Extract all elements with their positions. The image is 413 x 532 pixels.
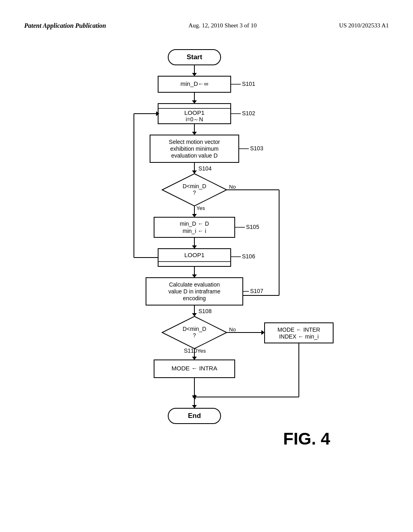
svg-marker-49 (192, 274, 197, 278)
svg-text:S106: S106 (242, 253, 255, 260)
svg-text:S107: S107 (250, 288, 263, 294)
svg-text:exhibition minimum: exhibition minimum (170, 145, 219, 152)
svg-text:End: End (188, 412, 201, 420)
header-left: Patent Application Publication (24, 22, 106, 29)
svg-text:MODE ← INTRA: MODE ← INTRA (171, 365, 217, 372)
header: Patent Application Publication Aug. 12, … (0, 0, 413, 37)
svg-text:S104: S104 (198, 165, 212, 172)
svg-text:value D in intraframe: value D in intraframe (168, 288, 220, 295)
svg-rect-72 (265, 323, 333, 343)
svg-marker-9 (192, 100, 197, 104)
svg-text:No: No (229, 184, 236, 190)
svg-marker-61 (192, 313, 197, 316)
svg-text:INDEX ← min_i: INDEX ← min_i (279, 333, 319, 340)
svg-text:encoding: encoding (183, 295, 206, 301)
svg-text:Yes: Yes (196, 205, 205, 211)
svg-text:?: ? (193, 332, 196, 339)
svg-text:LOOP1: LOOP1 (184, 109, 204, 116)
svg-text:Yes: Yes (197, 348, 206, 354)
svg-marker-43 (192, 245, 197, 249)
svg-text:D<min_D: D<min_D (183, 183, 206, 189)
svg-text:S103: S103 (250, 145, 263, 152)
svg-text:S101: S101 (242, 81, 255, 87)
svg-marker-85 (192, 405, 197, 408)
svg-marker-3 (192, 73, 197, 76)
svg-text:FIG. 4: FIG. 4 (283, 429, 330, 448)
svg-text:?: ? (193, 189, 196, 196)
svg-text:evaluation value D: evaluation value D (171, 152, 217, 159)
svg-text:i=0～N: i=0～N (186, 116, 203, 123)
svg-text:No: No (229, 326, 236, 332)
svg-text:S110: S110 (184, 347, 197, 354)
page: Patent Application Publication Aug. 12, … (0, 0, 413, 532)
svg-marker-36 (192, 214, 197, 217)
svg-text:S105: S105 (246, 224, 259, 230)
svg-text:Select motion vector: Select motion vector (169, 139, 220, 145)
svg-marker-16 (192, 132, 197, 135)
diagram-area: Start min_D←∞ S101 LOOP1 i=0～N S102 (0, 37, 413, 501)
svg-marker-71 (261, 330, 265, 335)
svg-marker-76 (192, 357, 197, 360)
flowchart-svg: Start min_D←∞ S101 LOOP1 i=0～N S102 (65, 46, 348, 501)
svg-marker-24 (192, 170, 197, 174)
svg-text:Calculate evaluation: Calculate evaluation (169, 281, 220, 288)
header-center: Aug. 12, 2010 Sheet 3 of 10 (188, 22, 257, 29)
svg-text:MODE ← INTER: MODE ← INTER (277, 326, 320, 333)
header-right: US 2010/202533 A1 (339, 22, 389, 29)
svg-text:LOOP1: LOOP1 (184, 251, 204, 258)
svg-text:min_D ← D: min_D ← D (180, 220, 209, 227)
svg-text:min_i ← i: min_i ← i (183, 228, 206, 234)
svg-text:S108: S108 (198, 308, 212, 314)
svg-text:min_D←∞: min_D←∞ (180, 80, 208, 87)
svg-text:Start: Start (187, 53, 202, 61)
svg-text:S102: S102 (242, 110, 255, 116)
svg-text:D<min_D: D<min_D (183, 326, 206, 332)
